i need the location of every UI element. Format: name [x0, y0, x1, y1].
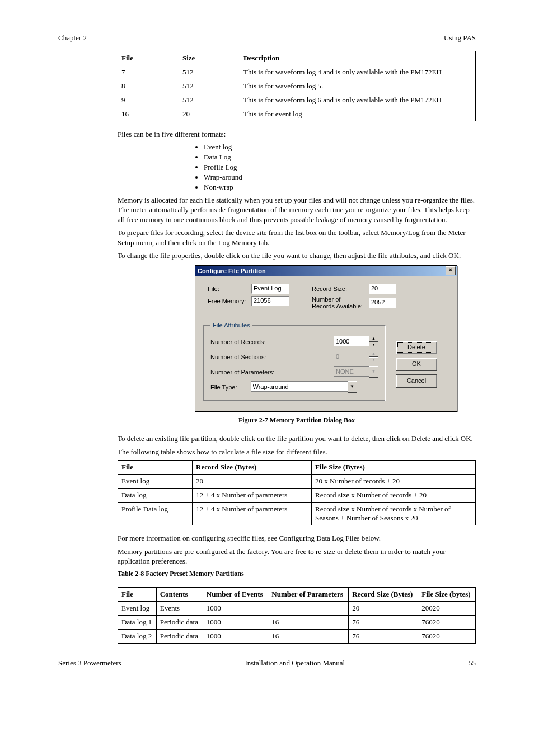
- records-available-label: Number of Records Available:: [312, 296, 364, 309]
- dialog-titlebar: Configure File Partition ×: [195, 266, 457, 276]
- close-icon[interactable]: ×: [446, 266, 456, 275]
- paragraph: To delete an existing file partition, do…: [118, 434, 476, 444]
- paragraph: Memory is allocated for each file static…: [118, 195, 476, 225]
- num-records-input[interactable]: [334, 336, 369, 346]
- records-available-value: 2052: [369, 298, 396, 308]
- footer-left: Series 3 Powermeters: [58, 659, 121, 668]
- num-sections-label: Number of Sections:: [210, 354, 266, 360]
- free-memory-label: Free Memory:: [208, 298, 247, 304]
- file-attributes-group: File Attributes Number of Records: ▲ ▼: [203, 322, 386, 401]
- table-row: Event logEvents10002020020: [118, 601, 476, 615]
- paragraph: Memory partitions are pre-configured at …: [118, 547, 476, 566]
- file-value: Event Log: [251, 284, 289, 294]
- file-label: File:: [208, 285, 247, 292]
- list-item: Wrap-around: [204, 173, 476, 182]
- num-sections-spinner: ▲ ▼: [334, 351, 378, 363]
- cancel-button[interactable]: Cancel: [396, 374, 437, 388]
- dialog-title: Configure File Partition: [198, 267, 266, 274]
- num-params-dropdown: ▼: [334, 366, 378, 378]
- table-row: Profile Data log12 + 4 x Number of param…: [118, 503, 476, 525]
- spinner-up-icon: ▲: [369, 351, 378, 357]
- free-memory-value: 21056: [251, 296, 289, 306]
- file-type-dropdown[interactable]: ▼: [251, 381, 357, 393]
- chevron-down-icon[interactable]: ▼: [348, 381, 357, 393]
- spinner-down-icon[interactable]: ▼: [369, 342, 378, 348]
- footer-right: 55: [469, 659, 476, 668]
- table-row: 7512This is for waveform log 4 and is on…: [118, 65, 476, 79]
- paragraph: To prepare files for recording, select t…: [118, 228, 476, 247]
- file-attributes-legend: File Attributes: [210, 322, 252, 328]
- list-item: Event log: [204, 143, 476, 152]
- figure-caption: Figure 2-7 Memory Partition Dialog Box: [118, 416, 476, 425]
- ok-button[interactable]: OK: [396, 358, 437, 371]
- header-left: Chapter 2: [58, 34, 87, 43]
- list-item: Non-wrap: [204, 183, 476, 192]
- paragraph: The following table shows how to calcula…: [118, 447, 476, 457]
- file-definition-table: File Size Description 7512This is for wa…: [118, 51, 476, 121]
- table-row: 8512This is for waveform log 5.: [118, 79, 476, 93]
- paragraph: For more information on configuring spec…: [118, 533, 476, 543]
- list-item: Data Log: [204, 153, 476, 162]
- footer-center: Installation and Operation Manual: [245, 659, 345, 668]
- file-type-label: File Type:: [210, 384, 237, 391]
- format-list: Event log Data Log Profile Log Wrap-arou…: [204, 143, 476, 192]
- table-row: 1620This is for event log: [118, 107, 476, 121]
- preset-partitions-table: File Contents Number of Events Number of…: [118, 587, 476, 644]
- table-row: Data log 1Periodic data1000167676020: [118, 615, 476, 629]
- spinner-down-icon: ▼: [369, 357, 378, 363]
- table-row: Data log12 + 4 x Number of parametersRec…: [118, 489, 476, 503]
- table-row: Data log 2Periodic data1000167676020: [118, 629, 476, 643]
- configure-file-partition-dialog: Configure File Partition × File: Event L…: [195, 265, 457, 412]
- num-sections-input: [334, 351, 369, 361]
- num-params-input: [334, 366, 369, 377]
- table-row: Event log2020 x Number of records + 20: [118, 475, 476, 489]
- spinner-up-icon[interactable]: ▲: [369, 336, 378, 342]
- chevron-down-icon: ▼: [369, 366, 378, 378]
- file-type-input[interactable]: [251, 381, 348, 392]
- paragraph: To change the file properties, double cl…: [118, 251, 476, 261]
- paragraph: Files can be in five different formats:: [118, 129, 476, 139]
- delete-button[interactable]: Delete: [396, 341, 437, 354]
- list-item: Profile Log: [204, 163, 476, 172]
- table-caption: Table 2-8 Factory Preset Memory Partitio…: [118, 570, 476, 578]
- record-size-label: Record Size:: [312, 285, 364, 292]
- header-right: Using PAS: [444, 34, 476, 43]
- num-records-label: Number of Records:: [210, 339, 265, 345]
- file-size-table: File Record Size (Bytes) File Size (Byte…: [118, 460, 476, 525]
- num-records-spinner[interactable]: ▲ ▼: [334, 336, 378, 348]
- table-row: 9512This is for waveform log 6 and is on…: [118, 93, 476, 107]
- record-size-value: 20: [369, 284, 396, 294]
- num-params-label: Number of Parameters:: [210, 369, 274, 375]
